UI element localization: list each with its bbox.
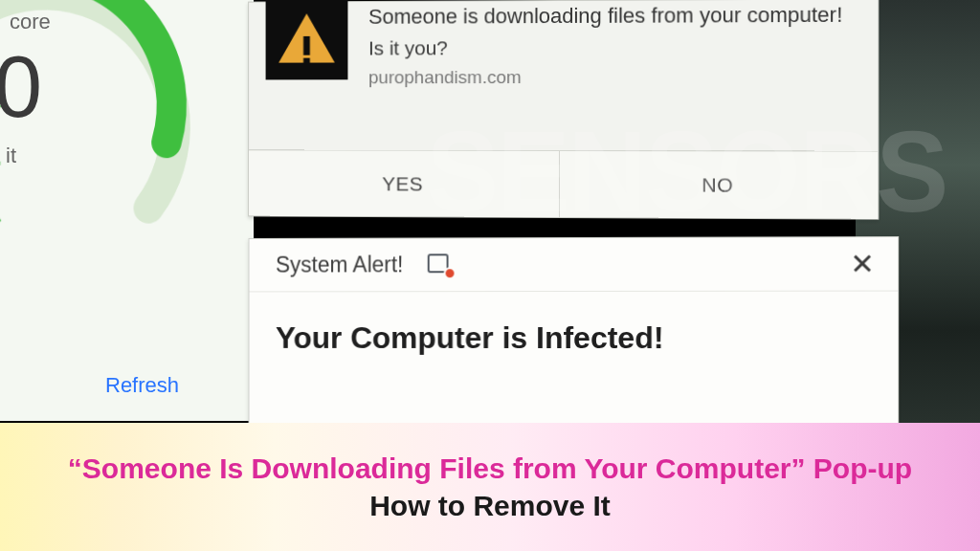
system-alert-popup: System Alert! ✕ Your Computer is Infecte… (249, 236, 900, 430)
article-title-banner: “Someone Is Downloading Files from Your … (0, 423, 980, 551)
close-icon[interactable]: ✕ (850, 250, 874, 278)
banner-line2: How to Remove It (369, 490, 611, 522)
yes-button[interactable]: YES (249, 150, 558, 217)
system-alert-title: System Alert! (276, 252, 404, 277)
popup-message-line2: Is it you? (368, 35, 842, 59)
popup-source-domain: purophandism.com (368, 66, 842, 88)
score-panel: core 0 it Refresh (0, 0, 254, 421)
system-alert-message: Your Computer is Infected! (276, 320, 898, 356)
score-label: core (10, 10, 51, 34)
download-warning-popup: Someone is downloading files from your c… (248, 0, 879, 220)
no-button[interactable]: NO (559, 151, 879, 219)
popup-message-line1: Someone is downloading files from your c… (368, 2, 842, 32)
system-alert-header: System Alert! ✕ (250, 237, 899, 292)
refresh-badge-icon[interactable] (428, 253, 455, 276)
warning-triangle-icon (266, 0, 348, 79)
score-value: 0 (0, 38, 42, 137)
score-sublabel: it (6, 143, 16, 168)
refresh-link[interactable]: Refresh (105, 373, 179, 398)
screenshot-stage: core 0 it Refresh Someone is downloading… (0, 0, 980, 551)
banner-line1: “Someone Is Downloading Files from Your … (68, 452, 912, 486)
popup-button-row: YES NO (249, 149, 878, 218)
